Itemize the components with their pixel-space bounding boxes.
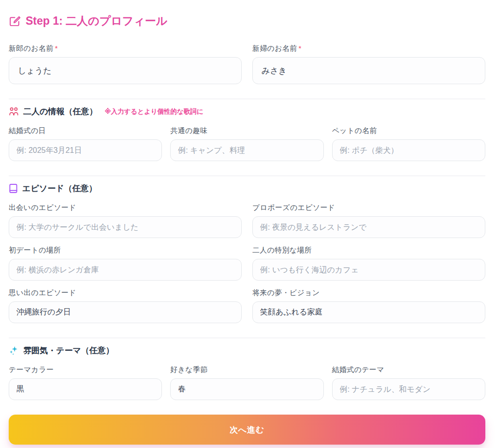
theme-section-header: 雰囲気・テーマ（任意） (9, 345, 485, 356)
section-divider (9, 99, 485, 99)
memory-episode-input[interactable] (9, 301, 242, 323)
favorite-season-input[interactable] (170, 378, 323, 400)
first-date-label: 初デートの場所 (9, 246, 242, 255)
groom-name-label-text: 新郎のお名前 (9, 44, 54, 52)
couple-info-section-header: 二人の情報（任意） ※入力するとより個性的な歌詞に (9, 106, 485, 117)
favorite-season-label: 好きな季節 (170, 365, 323, 374)
proposal-episode-input[interactable] (252, 216, 485, 238)
profile-form: Step 1: 二人のプロフィール 新郎のお名前* 新婦のお名前* 二人の情報（… (0, 0, 495, 448)
section-divider (9, 338, 485, 338)
special-place-label: 二人の特別な場所 (252, 246, 485, 255)
hobby-input[interactable] (170, 139, 323, 161)
couple-info-note: ※入力するとより個性的な歌詞に (104, 107, 203, 116)
next-step-button[interactable]: 次へ進む (9, 415, 485, 445)
pet-name-label: ペットの名前 (332, 126, 485, 135)
page-title-text: Step 1: 二人のプロフィール (26, 14, 167, 29)
couple-info-title: 二人の情報（任意） (23, 106, 97, 117)
favorite-season-field-group: 好きな季節 (170, 365, 323, 400)
episodes-section-header: エピソード（任意） (9, 183, 485, 194)
page-title: Step 1: 二人のプロフィール (9, 14, 485, 29)
wedding-date-input[interactable] (9, 139, 162, 161)
wedding-theme-label: 結婚式のテーマ (332, 365, 485, 374)
hobby-label: 共通の趣味 (170, 126, 323, 135)
proposal-episode-field-group: プロポーズのエピソード (252, 203, 485, 238)
episodes-grid: 出会いのエピソード プロポーズのエピソード 初デートの場所 二人の特別な場所 思… (9, 203, 485, 323)
episodes-title: エピソード（任意） (22, 183, 97, 194)
meeting-episode-field-group: 出会いのエピソード (9, 203, 242, 238)
book-icon (9, 183, 18, 194)
groom-name-field-group: 新郎のお名前* (9, 44, 242, 84)
theme-title: 雰囲気・テーマ（任意） (23, 345, 114, 356)
first-date-input[interactable] (9, 259, 242, 281)
required-asterisk: * (299, 44, 302, 52)
proposal-episode-label: プロポーズのエピソード (252, 203, 485, 212)
future-vision-label: 将来の夢・ビジョン (252, 288, 485, 298)
memory-episode-field-group: 思い出のエピソード (9, 288, 242, 323)
pet-name-input[interactable] (332, 139, 485, 161)
section-divider (9, 176, 485, 176)
wedding-date-label: 結婚式の日 (9, 126, 162, 135)
theme-color-input[interactable] (9, 378, 162, 400)
wedding-theme-input[interactable] (332, 378, 485, 400)
couple-info-row: 結婚式の日 共通の趣味 ペットの名前 (9, 126, 485, 161)
first-date-field-group: 初デートの場所 (9, 246, 242, 281)
required-asterisk: * (55, 44, 58, 52)
hobby-field-group: 共通の趣味 (170, 126, 323, 161)
wedding-date-field-group: 結婚式の日 (9, 126, 162, 161)
meeting-episode-input[interactable] (9, 216, 242, 238)
edit-icon (9, 15, 21, 27)
memory-episode-label: 思い出のエピソード (9, 288, 242, 298)
special-place-input[interactable] (252, 259, 485, 281)
theme-color-label: テーマカラー (9, 365, 162, 374)
couple-icon (9, 106, 19, 117)
future-vision-field-group: 将来の夢・ビジョン (252, 288, 485, 323)
future-vision-input[interactable] (252, 301, 485, 323)
groom-name-input[interactable] (9, 57, 242, 84)
bride-name-label: 新婦のお名前* (252, 44, 485, 53)
bride-name-label-text: 新婦のお名前 (252, 44, 297, 52)
groom-name-label: 新郎のお名前* (9, 44, 242, 53)
pet-name-field-group: ペットの名前 (332, 126, 485, 161)
sparkles-icon (9, 345, 19, 356)
special-place-field-group: 二人の特別な場所 (252, 246, 485, 281)
names-row: 新郎のお名前* 新婦のお名前* (9, 44, 485, 84)
bride-name-input[interactable] (252, 57, 485, 84)
bride-name-field-group: 新婦のお名前* (252, 44, 485, 84)
theme-row: テーマカラー 好きな季節 結婚式のテーマ (9, 365, 485, 400)
wedding-theme-field-group: 結婚式のテーマ (332, 365, 485, 400)
meeting-episode-label: 出会いのエピソード (9, 203, 242, 212)
theme-color-field-group: テーマカラー (9, 365, 162, 400)
